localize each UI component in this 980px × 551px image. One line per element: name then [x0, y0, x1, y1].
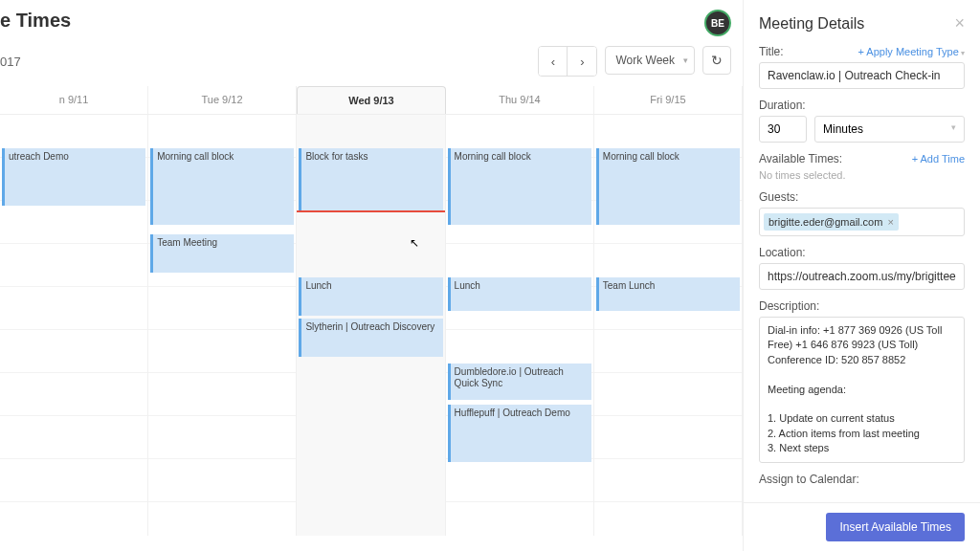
- calendar-column[interactable]: Morning call blockTeam Lunch: [594, 115, 743, 536]
- apply-meeting-type-link[interactable]: + Apply Meeting Type: [858, 46, 965, 57]
- calendar-event[interactable]: Team Lunch: [596, 277, 740, 311]
- title-input[interactable]: [759, 62, 965, 89]
- day-header: Tue 9/12: [148, 86, 297, 114]
- view-select[interactable]: Work Week: [605, 46, 695, 75]
- duration-label: Duration:: [759, 99, 806, 112]
- calendar-column[interactable]: Block for tasksLunchSlytherin | Outreach…: [297, 115, 445, 536]
- calendar-column[interactable]: Morning call blockTeam Meeting: [148, 115, 297, 536]
- calendar-area: e Times BE 017 ‹ › Work Week ↻ n 9/11Tue…: [0, 0, 743, 551]
- calendar-event[interactable]: Team Meeting: [150, 234, 294, 273]
- location-input[interactable]: [759, 263, 965, 290]
- calendar-event[interactable]: Dumbledore.io | Outreach Quick Sync: [448, 364, 591, 400]
- add-time-link[interactable]: + Add Time: [912, 153, 965, 165]
- calendar-event[interactable]: utreach Demo: [2, 148, 145, 206]
- description-textarea[interactable]: Dial-in info: +1 877 369 0926 (US Toll F…: [759, 317, 965, 463]
- location-label: Location:: [759, 246, 806, 259]
- date-nav: ‹ ›: [538, 46, 597, 77]
- guest-chip: brigitte.eder@gmail.com×: [764, 213, 899, 231]
- calendar-event[interactable]: Morning call block: [150, 148, 294, 225]
- day-header: Wed 9/13: [297, 86, 446, 114]
- no-times-text: No times selected.: [759, 169, 965, 181]
- refresh-button[interactable]: ↻: [702, 46, 731, 75]
- description-label: Description:: [759, 299, 819, 313]
- calendar-event[interactable]: Slytherin | Outreach Discovery: [299, 319, 442, 357]
- close-icon[interactable]: ×: [954, 13, 965, 33]
- duration-input[interactable]: [759, 116, 807, 143]
- calendar-event[interactable]: Morning call block: [596, 148, 740, 225]
- calendar-event[interactable]: Lunch: [299, 277, 442, 316]
- now-indicator: [297, 210, 444, 212]
- assign-calendar-label: Assign to Calendar:: [759, 473, 859, 486]
- day-header: Fri 9/15: [594, 86, 743, 114]
- calendar-column[interactable]: Morning call blockLunchDumbledore.io | O…: [446, 115, 594, 536]
- page-title: e Times: [0, 10, 71, 32]
- calendar-event[interactable]: Hufflepuff | Outreach Demo: [448, 405, 591, 462]
- user-avatar-badge[interactable]: BE: [704, 10, 731, 36]
- guests-input[interactable]: brigitte.eder@gmail.com×: [759, 208, 965, 236]
- calendar-column[interactable]: utreach Demo: [0, 115, 148, 536]
- panel-title: Meeting Details: [759, 15, 864, 33]
- guests-label: Guests:: [759, 190, 798, 204]
- meeting-details-panel: Meeting Details × Title: + Apply Meeting…: [743, 0, 980, 551]
- calendar-event[interactable]: Lunch: [448, 277, 591, 311]
- insert-available-times-button[interactable]: Insert Available Times: [826, 513, 965, 541]
- prev-button[interactable]: ‹: [539, 47, 568, 76]
- day-header: n 9/11: [0, 86, 148, 114]
- title-label: Title:: [759, 45, 784, 58]
- mouse-cursor: ↖: [410, 236, 419, 250]
- date-range-label: 017: [0, 55, 21, 69]
- duration-unit-select[interactable]: Minutes: [814, 116, 965, 143]
- remove-guest-icon[interactable]: ×: [887, 216, 893, 228]
- calendar-event[interactable]: Block for tasks: [299, 148, 442, 210]
- available-times-label: Available Times:: [759, 152, 842, 165]
- calendar-event[interactable]: Morning call block: [448, 148, 591, 225]
- day-header: Thu 9/14: [446, 86, 594, 114]
- next-button[interactable]: ›: [568, 47, 596, 76]
